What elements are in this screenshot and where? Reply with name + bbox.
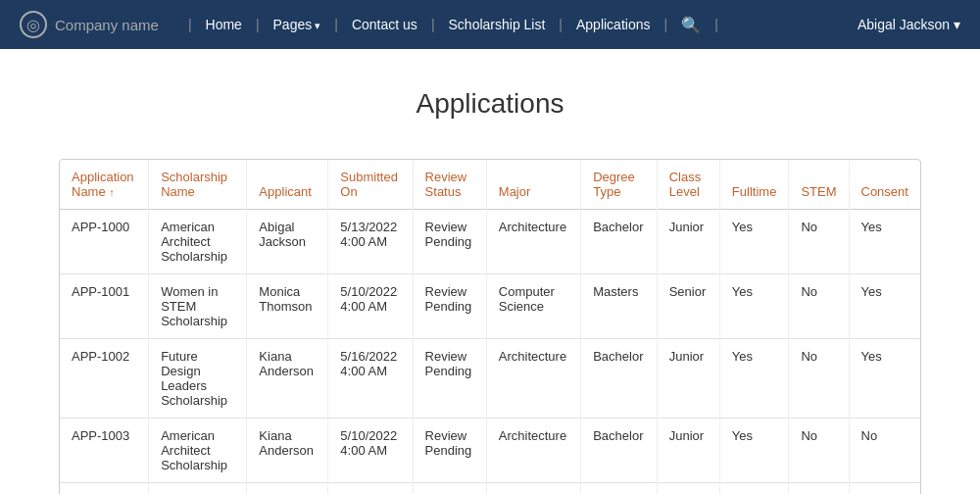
col-review-status[interactable]: Review Status	[413, 160, 486, 210]
cell-scholarship_name: Foreign Language Scholarship	[149, 483, 247, 495]
cell-submitted_on: 5/16/2022 4:00 AM	[328, 483, 413, 495]
sep5: |	[559, 17, 563, 32]
table-row: APP-1001Women in STEM ScholarshipMonica …	[60, 274, 920, 339]
cell-applicant: Abigal Jackson	[247, 210, 328, 274]
cell-scholarship_name: Future Design Leaders Scholarship	[149, 339, 247, 419]
col-class-level[interactable]: Class Level	[657, 160, 719, 210]
sort-arrow-icon: ↑	[109, 186, 115, 198]
cell-fulltime: Yes	[719, 419, 789, 483]
cell-applicant: Monica Thomson	[247, 274, 328, 339]
sep4: |	[431, 17, 435, 32]
cell-consent: Yes	[849, 210, 920, 274]
nav-user[interactable]: Abigal Jackson ▾	[858, 17, 960, 32]
col-consent[interactable]: Consent	[849, 160, 920, 210]
cell-degree_type: Bachelor	[581, 339, 658, 419]
cell-stem: No	[789, 483, 849, 495]
cell-degree_type: Masters	[581, 274, 658, 339]
cell-stem: No	[789, 419, 849, 483]
nav-scholarship-list[interactable]: Scholarship List	[441, 17, 554, 32]
cell-major: Architecture	[486, 419, 580, 483]
cell-fulltime: Yes	[719, 274, 789, 339]
navbar: ◎ Company name | Home | Pages | Contact …	[0, 0, 980, 49]
table-row: APP-1000American Architect ScholarshipAb…	[60, 210, 920, 274]
cell-stem: No	[789, 274, 849, 339]
cell-applicant: Monica Thomson	[247, 483, 328, 495]
sep1: |	[188, 17, 192, 32]
sep2: |	[256, 17, 260, 32]
cell-app_name: APP-1004	[60, 483, 149, 495]
cell-degree_type: Bachelor	[581, 483, 658, 495]
cell-app_name: APP-1002	[60, 339, 149, 419]
nav-home[interactable]: Home	[198, 17, 250, 32]
applications-table-wrapper: Application Name ↑ Scholarship Name Appl…	[59, 159, 921, 494]
cell-stem: No	[789, 339, 849, 419]
cell-class_level: Junior	[657, 210, 719, 274]
cell-review_status: Review Pending	[413, 274, 486, 339]
cell-applicant: Kiana Anderson	[247, 339, 328, 419]
cell-class_level: Junior	[657, 483, 719, 495]
cell-consent: Yes	[849, 483, 920, 495]
search-icon[interactable]: 🔍	[673, 16, 709, 34]
brand-name: Company name	[55, 17, 159, 33]
cell-degree_type: Bachelor	[581, 419, 658, 483]
cell-fulltime: Yes	[719, 339, 789, 419]
cell-submitted_on: 5/16/2022 4:00 AM	[328, 339, 413, 419]
cell-app_name: APP-1001	[60, 274, 149, 339]
cell-fulltime: Yes	[719, 210, 789, 274]
cell-review_status: Review Pending	[413, 419, 486, 483]
brand-icon: ◎	[20, 11, 47, 38]
nav-contact-us[interactable]: Contact us	[344, 17, 425, 32]
brand: ◎ Company name	[20, 11, 159, 38]
cell-class_level: Junior	[657, 339, 719, 419]
sep7: |	[714, 17, 718, 32]
applications-table: Application Name ↑ Scholarship Name Appl…	[60, 160, 920, 494]
cell-scholarship_name: American Architect Scholarship	[149, 419, 247, 483]
table-header: Application Name ↑ Scholarship Name Appl…	[60, 160, 920, 210]
cell-scholarship_name: Women in STEM Scholarship	[149, 274, 247, 339]
col-fulltime[interactable]: Fulltime	[719, 160, 789, 210]
cell-app_name: APP-1000	[60, 210, 149, 274]
cell-submitted_on: 5/10/2022 4:00 AM	[328, 274, 413, 339]
cell-review_status: Review Pending	[413, 483, 486, 495]
nav-pages[interactable]: Pages	[266, 17, 329, 32]
cell-fulltime: Yes	[719, 483, 789, 495]
cell-consent: Yes	[849, 339, 920, 419]
col-submitted-on[interactable]: Submitted On	[328, 160, 413, 210]
col-applicant[interactable]: Applicant	[247, 160, 328, 210]
cell-major: Computer Science	[486, 483, 580, 495]
table-body: APP-1000American Architect ScholarshipAb…	[60, 210, 920, 495]
table-row: APP-1002Future Design Leaders Scholarshi…	[60, 339, 920, 419]
col-app-name[interactable]: Application Name ↑	[60, 160, 149, 210]
sep3: |	[334, 17, 338, 32]
cell-major: Architecture	[486, 210, 580, 274]
cell-major: Computer Science	[486, 274, 580, 339]
cell-submitted_on: 5/13/2022 4:00 AM	[328, 210, 413, 274]
cell-class_level: Junior	[657, 419, 719, 483]
sep6: |	[663, 17, 667, 32]
cell-review_status: Review Pending	[413, 210, 486, 274]
col-scholarship-name[interactable]: Scholarship Name	[149, 160, 247, 210]
cell-class_level: Senior	[657, 274, 719, 339]
page-title: Applications	[59, 88, 921, 120]
col-stem[interactable]: STEM	[789, 160, 849, 210]
cell-review_status: Review Pending	[413, 339, 486, 419]
cell-major: Architecture	[486, 339, 580, 419]
nav-applications[interactable]: Applications	[568, 17, 659, 32]
cell-scholarship_name: American Architect Scholarship	[149, 210, 247, 274]
cell-submitted_on: 5/10/2022 4:00 AM	[328, 419, 413, 483]
cell-consent: No	[849, 419, 920, 483]
col-major[interactable]: Major	[486, 160, 580, 210]
cell-consent: Yes	[849, 274, 920, 339]
cell-degree_type: Bachelor	[581, 210, 658, 274]
col-degree-type[interactable]: Degree Type	[581, 160, 658, 210]
cell-applicant: Kiana Anderson	[247, 419, 328, 483]
table-row: APP-1003American Architect ScholarshipKi…	[60, 419, 920, 483]
cell-stem: No	[789, 210, 849, 274]
cell-app_name: APP-1003	[60, 419, 149, 483]
table-row: APP-1004Foreign Language ScholarshipMoni…	[60, 483, 920, 495]
main-content: Applications Application Name ↑ Scholars…	[0, 49, 980, 494]
